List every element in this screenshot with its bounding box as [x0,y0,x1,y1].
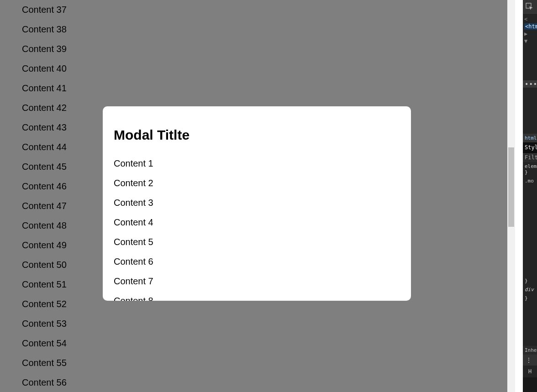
modal-content-item: Content 6 [114,252,400,272]
css-rule[interactable]: } [523,277,537,285]
devtools-bottom-pane: Inherited ⋮ H [523,346,537,392]
css-selector: .mo [525,178,534,184]
modal-dialog[interactable]: Modal Titlte Content 1 Content 2 Content… [103,106,411,301]
css-selector: div [525,287,534,293]
css-rule[interactable]: element.style { } [523,162,537,177]
css-brace: } [525,295,528,301]
kebab-icon[interactable]: ⋮ [523,355,537,366]
modal-content-item: Content 2 [114,173,400,193]
inspect-icon[interactable] [526,3,534,11]
devtools-panel[interactable]: < <html ▶ ▼ ••• html Styles Filter eleme… [523,0,537,392]
devtools-toolbar[interactable] [523,0,537,14]
modal-content-item: Content 1 [114,154,400,173]
css-selector: element.style { [525,163,537,169]
devtools-elements-tree[interactable]: < <html ▶ ▼ [523,14,537,47]
modal-content-item: Content 7 [114,272,400,291]
page-scrollbar-track[interactable] [507,0,515,392]
devtools-drawer[interactable] [523,377,537,392]
devtools-styles-pane: html Styles Filter element.style { } .mo… [523,134,537,303]
devtools-breadcrumb[interactable]: html [523,134,537,142]
modal-content-item: Content 4 [114,213,400,232]
modal-content-item: Content 3 [114,193,400,213]
chevron-left-icon[interactable]: < [524,16,529,23]
styles-tab[interactable]: Styles [523,142,537,152]
chevron-down-icon[interactable]: ▼ [524,37,529,45]
html-tag-selected[interactable]: <html [524,23,537,30]
page-scrollbar-thumb[interactable] [508,147,514,227]
styles-filter-input[interactable]: Filter [523,152,537,162]
page-viewport: Content 37 Content 38 Content 39 Content… [0,0,515,392]
chevron-right-icon[interactable]: ▶ [524,30,529,37]
inherited-section-header: Inherited [523,346,537,355]
css-brace: } [525,278,528,284]
modal-content-item: Content 8 [114,291,400,301]
css-rule[interactable]: .mo [523,177,537,185]
css-rule[interactable]: } [523,294,537,303]
css-rule[interactable]: div [523,285,537,294]
modal-overlay[interactable]: Modal Titlte Content 1 Content 2 Content… [0,0,515,392]
html-abbrev-label: H [523,366,537,377]
more-icon[interactable]: ••• [523,80,537,88]
modal-content-item: Content 5 [114,232,400,252]
modal-title: Modal Titlte [114,127,400,143]
css-brace: } [525,169,528,175]
